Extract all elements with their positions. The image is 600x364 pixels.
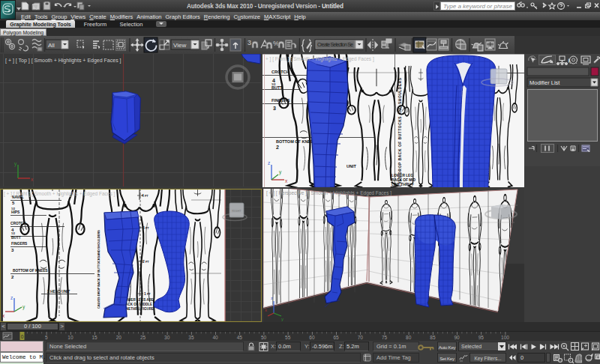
svg-text:BUTT: BUTT bbox=[11, 236, 21, 240]
svg-text:25: 25 bbox=[140, 335, 146, 340]
svg-text:LINETHRU FIGURE: LINETHRU FIGURE bbox=[123, 307, 154, 311]
svg-text:+ ] [ Front ] [ Smooth + Highl: + ] [ Front ] [ Smooth + Highlights + Ed… bbox=[266, 56, 374, 62]
svg-text:[ + ] [ Right ] [ Smooth + Hig: [ + ] [ Right ] [ Smooth + Highlights + … bbox=[4, 191, 116, 197]
svg-text:5: 5 bbox=[45, 335, 48, 340]
svg-text:Modifier List: Modifier List bbox=[530, 79, 560, 86]
svg-text:LVES DROP BACK OF BUTTOCKS AND: LVES DROP BACK OF BUTTOCKS AND SHOULDERS bbox=[398, 77, 402, 186]
svg-text:BACK OF MIDDLE: BACK OF MIDDLE bbox=[123, 303, 152, 306]
svg-text:UNIT: UNIT bbox=[346, 164, 356, 169]
svg-text:2: 2 bbox=[276, 145, 279, 150]
svg-text:2 FT: 2 FT bbox=[142, 260, 149, 264]
svg-text:x: x bbox=[265, 308, 267, 312]
svg-text:80: 80 bbox=[406, 335, 412, 340]
svg-text:RIGHT: RIGHT bbox=[232, 209, 242, 213]
svg-text:45: 45 bbox=[237, 335, 243, 340]
svg-text:1 FT: 1 FT bbox=[144, 292, 151, 296]
svg-text:40: 40 bbox=[212, 335, 218, 340]
svg-text:100: 100 bbox=[501, 335, 509, 340]
svg-text:z: z bbox=[271, 296, 273, 300]
svg-text:20: 20 bbox=[116, 335, 122, 340]
svg-text:90: 90 bbox=[454, 335, 460, 340]
svg-text:FINGERS: FINGERS bbox=[11, 242, 28, 246]
svg-text:3: 3 bbox=[273, 106, 276, 111]
svg-text:z: z bbox=[10, 295, 13, 300]
svg-text:BOTTOM OF KNEES: BOTTOM OF KNEES bbox=[13, 269, 48, 273]
svg-text:BACK OF MID: BACK OF MID bbox=[392, 178, 416, 182]
svg-text:CROTCH: CROTCH bbox=[272, 70, 290, 74]
svg-text:3 FT: 3 FT bbox=[142, 226, 149, 230]
svg-text:LOWER LEG: LOWER LEG bbox=[392, 174, 413, 178]
svg-text:View: View bbox=[173, 42, 186, 49]
svg-text:BOTTOM OF KNEES: BOTTOM OF KNEES bbox=[276, 139, 316, 144]
svg-text:70: 70 bbox=[358, 335, 364, 340]
svg-text:75: 75 bbox=[382, 335, 388, 340]
svg-text:1/2: 1/2 bbox=[11, 232, 15, 235]
svg-text:55: 55 bbox=[285, 335, 291, 340]
svg-text:All: All bbox=[48, 42, 55, 49]
svg-text:60: 60 bbox=[309, 335, 315, 340]
svg-text:85: 85 bbox=[430, 335, 436, 340]
svg-text:FINGERS: FINGERS bbox=[272, 98, 290, 103]
svg-text:1 HEAD UNIT: 1 HEAD UNIT bbox=[47, 290, 70, 294]
svg-text:CROTCH: CROTCH bbox=[10, 222, 26, 225]
svg-text:0: 0 bbox=[21, 334, 24, 339]
svg-text:y: y bbox=[281, 317, 284, 321]
svg-text:BUTT: BUTT bbox=[272, 85, 283, 90]
svg-text:z: z bbox=[268, 160, 270, 166]
svg-text:65: 65 bbox=[333, 335, 339, 340]
svg-text:15: 15 bbox=[92, 335, 98, 340]
svg-text:LINE THRU F: LINE THRU F bbox=[392, 183, 414, 186]
svg-text:4: 4 bbox=[272, 78, 275, 83]
svg-text:30: 30 bbox=[164, 335, 170, 340]
svg-text:10: 10 bbox=[68, 335, 74, 340]
svg-text:95: 95 bbox=[478, 335, 484, 340]
svg-text:Create Selection Se: Create Selection Se bbox=[317, 42, 353, 47]
svg-text:[ + ] [ Top ] [ Smooth + Highl: [ + ] [ Top ] [ Smooth + Highlights + Ed… bbox=[5, 58, 122, 64]
svg-text:[ + ] [ Perspective ] [ Smooth: [ + ] [ Perspective ] [ Smooth + Highlig… bbox=[266, 190, 392, 196]
svg-text:3: 3 bbox=[248, 39, 251, 46]
svg-text:CALVES DROP BACK OF BUTTOCKSAN: CALVES DROP BACK OF BUTTOCKSAND SHOULDER… bbox=[97, 230, 100, 309]
svg-text:4 FT: 4 FT bbox=[142, 194, 148, 198]
svg-text:HIPS: HIPS bbox=[11, 210, 20, 214]
svg-text:35: 35 bbox=[188, 335, 194, 340]
svg-text:50: 50 bbox=[261, 335, 267, 340]
